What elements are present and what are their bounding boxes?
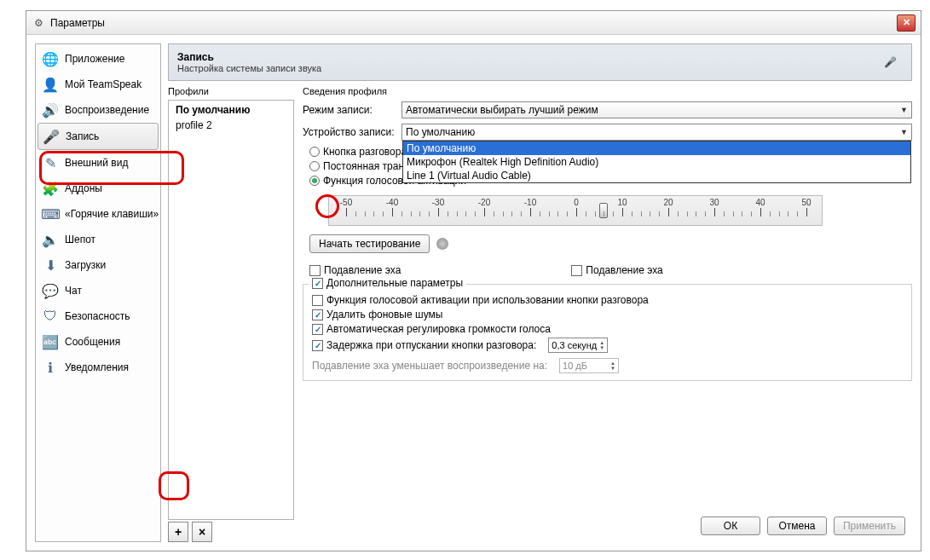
- tick-label: -20: [478, 198, 490, 207]
- mic-large-icon: 🎤: [877, 49, 903, 75]
- checkbox-icon: [309, 265, 321, 276]
- checkbox-icon: [312, 340, 323, 351]
- start-test-button[interactable]: Начать тестирование: [309, 234, 430, 253]
- echo-cancel-1[interactable]: Подавление эха: [309, 264, 401, 276]
- tick-minor: [797, 211, 798, 216]
- sidebar: 🌐Приложение 👤Мой TeamSpeak 🔊Воспроизведе…: [35, 43, 161, 542]
- sidebar-item-notifications[interactable]: ℹУведомления: [38, 355, 159, 380]
- radio-icon: [309, 147, 320, 157]
- apply-button[interactable]: Применить: [834, 517, 905, 535]
- tick-minor: [687, 211, 688, 216]
- tick-minor: [751, 211, 752, 216]
- mode-combo[interactable]: Автоматически выбирать лучший режим ▼: [401, 101, 912, 118]
- sidebar-item-chat[interactable]: 💬Чат: [38, 278, 159, 303]
- ok-button[interactable]: ОК: [701, 517, 760, 535]
- tick-minor: [641, 211, 642, 216]
- tick-mark: [714, 208, 715, 216]
- sidebar-item-teamspeak[interactable]: 👤Мой TeamSpeak: [38, 72, 159, 97]
- add-profile-button[interactable]: +: [168, 522, 188, 542]
- profiles-list[interactable]: По умолчанию profile 2: [168, 100, 294, 520]
- tick-label: 0: [574, 198, 579, 207]
- sidebar-item-security[interactable]: 🛡Безопасность: [38, 303, 159, 329]
- tick-minor: [724, 211, 725, 216]
- chat-icon: 💬: [41, 281, 60, 300]
- sidebar-item-whisper[interactable]: 🔈Шепот: [38, 227, 159, 252]
- tick-minor: [503, 211, 504, 216]
- device-option[interactable]: Line 1 (Virtual Audio Cable): [403, 169, 910, 182]
- tick-minor: [659, 211, 660, 216]
- spinner-arrows-icon: ▲▼: [599, 340, 604, 350]
- sidebar-item-playback[interactable]: 🔊Воспроизведение: [38, 97, 159, 123]
- adv-vad-ptt[interactable]: Функция голосовой активации при использо…: [312, 294, 903, 306]
- tick-mark: [806, 208, 807, 216]
- tick-minor: [779, 211, 780, 216]
- tick-minor: [540, 211, 540, 216]
- tick-minor: [365, 211, 366, 216]
- download-icon: ⬇: [41, 256, 60, 274]
- tick-minor: [595, 211, 596, 216]
- user-icon: 👤: [41, 75, 60, 94]
- sidebar-item-capture[interactable]: 🎤Запись: [38, 123, 159, 150]
- tick-minor: [373, 211, 374, 216]
- tick-minor: [511, 211, 512, 216]
- tick-minor: [567, 211, 568, 216]
- device-option[interactable]: Микрофон (Realtek High Definition Audio): [403, 155, 910, 169]
- device-option[interactable]: По умолчанию: [403, 141, 910, 155]
- tick-label: -50: [340, 198, 352, 207]
- tick-minor: [650, 211, 650, 216]
- tick-minor: [401, 211, 402, 216]
- profiles-label: Профили: [168, 86, 294, 96]
- advanced-toggle[interactable]: Дополнительные параметры: [309, 277, 466, 289]
- bell-icon: ℹ: [41, 358, 60, 377]
- tick-minor: [429, 211, 430, 216]
- sidebar-item-messages[interactable]: 🔤Сообщения: [38, 329, 159, 355]
- device-combo[interactable]: По умолчанию ▼ По умолчанию Микрофон (Re…: [401, 124, 912, 141]
- tick-minor: [465, 211, 466, 216]
- device-label: Устройство записи:: [303, 126, 396, 138]
- sidebar-item-addons[interactable]: 🧩Аддоны: [38, 176, 159, 201]
- adv-denoise[interactable]: Удалить фоновые шумы: [312, 309, 903, 320]
- echo-cancel-2[interactable]: Подавление эха: [571, 264, 662, 276]
- tick-minor: [742, 211, 742, 216]
- adv-ducking: Подавление эха уменьшает воспроизведение…: [312, 358, 903, 373]
- tick-minor: [419, 211, 420, 216]
- tick-label: 30: [709, 198, 719, 207]
- tick-mark: [622, 208, 623, 216]
- tick-minor: [604, 211, 604, 216]
- page-subtitle: Настройка системы записи звука: [177, 63, 321, 73]
- tick-minor: [678, 211, 679, 216]
- adv-agc[interactable]: Автоматическая регулировка громкости гол…: [312, 323, 903, 335]
- tick-minor: [770, 211, 771, 216]
- spinner-arrows-icon: ▲▼: [610, 361, 615, 371]
- device-dropdown: По умолчанию Микрофон (Realtek High Defi…: [402, 141, 911, 183]
- tick-minor: [613, 211, 614, 216]
- tick-label: -10: [524, 198, 536, 207]
- tick-minor: [494, 211, 494, 216]
- sidebar-item-hotkeys[interactable]: ⌨«Горячие клавиши»: [38, 201, 159, 227]
- details-label: Сведения профиля: [303, 86, 912, 96]
- tick-minor: [733, 211, 734, 216]
- sidebar-item-downloads[interactable]: ⬇Загрузки: [38, 252, 159, 278]
- delete-profile-button[interactable]: ×: [192, 522, 212, 542]
- vad-slider[interactable]: -50-40-30-20-1001020304050: [328, 195, 823, 226]
- tick-mark: [346, 208, 347, 216]
- checkbox-icon: [312, 324, 323, 335]
- tick-label: 20: [663, 198, 673, 207]
- tick-minor: [632, 211, 633, 216]
- close-button[interactable]: ✕: [897, 14, 916, 32]
- sidebar-item-app[interactable]: 🌐Приложение: [38, 46, 159, 72]
- delay-spinner[interactable]: 0,3 секунд▲▼: [548, 338, 608, 353]
- adv-delay[interactable]: Задержка при отпускании кнопки разговора…: [312, 338, 903, 353]
- cancel-button[interactable]: Отмена: [767, 517, 827, 535]
- page-header: Запись Настройка системы записи звука 🎤: [168, 43, 912, 81]
- tick-label: 10: [617, 198, 627, 207]
- tick-minor: [355, 211, 356, 216]
- globe-icon: 🌐: [41, 49, 60, 68]
- profile-item[interactable]: profile 2: [170, 118, 292, 133]
- profile-item[interactable]: По умолчанию: [170, 102, 292, 118]
- tick-label: -30: [432, 198, 444, 207]
- tick-minor: [448, 211, 448, 216]
- checkbox-icon: [312, 278, 323, 289]
- sidebar-item-design[interactable]: ✎Внешний вид: [38, 150, 159, 176]
- ducking-spinner: 10 дБ▲▼: [559, 358, 619, 373]
